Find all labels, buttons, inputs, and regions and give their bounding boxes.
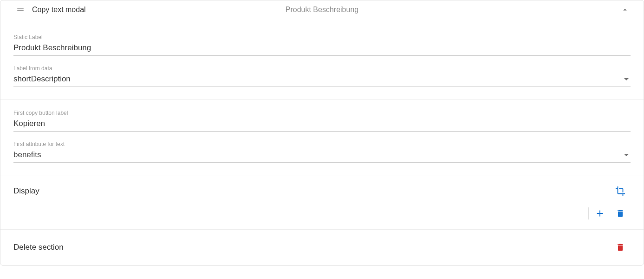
field-input-wrap[interactable]: benefits xyxy=(13,149,631,163)
icon-divider xyxy=(588,207,589,219)
field-label: First copy button label xyxy=(13,110,631,116)
static-label-input[interactable] xyxy=(13,42,631,53)
static-label-field: Static Label xyxy=(13,34,631,56)
crop-icon xyxy=(615,186,625,196)
add-button[interactable] xyxy=(590,205,610,222)
collapse-button[interactable] xyxy=(619,4,631,15)
delete-section-button[interactable] xyxy=(610,239,631,256)
display-row-bottom xyxy=(0,202,644,229)
header-title: Copy text modal xyxy=(32,6,86,14)
first-copy-button-label-field: First copy button label xyxy=(13,110,631,132)
field-input-wrap xyxy=(13,42,631,56)
delete-section-label: Delete section xyxy=(13,243,610,252)
dropdown-arrow-icon xyxy=(624,154,629,156)
trash-icon xyxy=(616,243,625,252)
dropdown-arrow-icon xyxy=(624,78,629,80)
label-from-data-field: Label from data shortDescription xyxy=(13,65,631,87)
field-input-wrap xyxy=(13,118,631,132)
trash-icon xyxy=(616,209,625,218)
first-copy-button-label-input[interactable] xyxy=(13,118,631,129)
field-group-1: Static Label Label from data shortDescri… xyxy=(0,27,644,99)
delete-section-row: Delete section xyxy=(0,229,644,265)
display-section: Display xyxy=(0,175,644,229)
plus-icon xyxy=(595,208,605,219)
field-group-2: First copy button label First attribute … xyxy=(0,99,644,175)
chevron-up-icon xyxy=(621,6,629,14)
field-label: Static Label xyxy=(13,34,631,40)
drag-handle-icon[interactable] xyxy=(17,8,24,11)
field-label: First attribute for text xyxy=(13,141,631,147)
field-input-wrap[interactable]: shortDescription xyxy=(13,73,631,87)
display-label: Display xyxy=(13,186,610,196)
first-attribute-for-text-select[interactable]: benefits xyxy=(13,149,624,160)
section-panel: Copy text modal Produkt Beschreibung Sta… xyxy=(0,0,644,266)
header-subtitle: Produkt Beschreibung xyxy=(286,6,358,14)
field-label: Label from data xyxy=(13,65,631,72)
crop-button[interactable] xyxy=(610,183,631,199)
display-row-top: Display xyxy=(0,175,644,202)
label-from-data-select[interactable]: shortDescription xyxy=(13,73,624,85)
first-attribute-for-text-field: First attribute for text benefits xyxy=(13,141,631,163)
delete-display-button[interactable] xyxy=(610,205,631,222)
section-header: Copy text modal Produkt Beschreibung xyxy=(0,0,644,27)
